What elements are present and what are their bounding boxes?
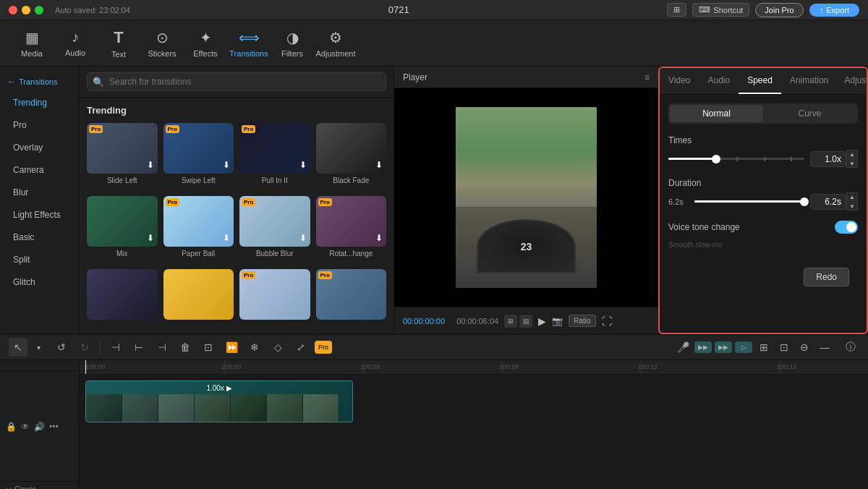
transition-slide-left[interactable]: Pro ⬇ Slide Left <box>87 123 158 184</box>
shortcut-button[interactable]: ⌨ Shortcut <box>692 3 749 17</box>
info-btn[interactable]: ⓘ <box>842 339 859 356</box>
toolbar-item-adjustment[interactable]: ⚙ Adjustment <box>315 25 356 62</box>
transition-bubble-blur[interactable]: Pro ⬇ Bubble Blur <box>239 196 310 258</box>
speedometer-display: 23 <box>477 219 576 273</box>
player-menu-icon[interactable]: ≡ <box>644 72 650 82</box>
clip-thumb-6 <box>267 394 303 422</box>
track-btn-2[interactable]: ▶▶ <box>715 341 732 353</box>
toolbar-item-stickers[interactable]: ⊙ Stickers <box>142 25 182 62</box>
tab-speed[interactable]: Speed <box>739 68 781 94</box>
tab-audio[interactable]: Audio <box>699 68 739 94</box>
transition-row3b[interactable] <box>163 269 234 320</box>
sidebar-item-trending[interactable]: Trending <box>4 92 75 114</box>
frame-strip-btn[interactable]: ▤ <box>519 315 532 328</box>
times-slider-thumb[interactable] <box>712 155 720 163</box>
sidebar-back-button[interactable]: ← Transitions <box>0 72 79 91</box>
toolbar-item-text[interactable]: T Text <box>98 25 139 62</box>
pro-feature-btn[interactable]: Pro <box>315 341 332 354</box>
duration-slider[interactable] <box>694 200 804 203</box>
times-value-input[interactable] <box>810 151 846 167</box>
transition-black-fade[interactable]: ⬇ Black Fade <box>316 123 387 184</box>
transitions-grid-row2: ⬇ Mix Pro ⬇ Paper Ball Pro ⬇ Bu <box>87 196 386 258</box>
transition-paper-ball[interactable]: Pro ⬇ Paper Ball <box>163 196 234 258</box>
maximize-button[interactable] <box>35 6 43 14</box>
transition-row3d[interactable]: Pro <box>316 269 387 320</box>
toolbar-item-effects[interactable]: ✦ Effects <box>185 25 226 62</box>
duration-decrement[interactable]: ▼ <box>846 202 858 211</box>
transition-row3c[interactable]: Pro <box>239 269 310 320</box>
delete-tool[interactable]: 🗑 <box>176 338 195 357</box>
tab-video[interactable]: Video <box>660 68 699 94</box>
toolbar-item-transitions[interactable]: ⟺ Transitions <box>229 25 269 62</box>
track-more-icon[interactable]: ••• <box>49 422 59 432</box>
zoom-out-btn[interactable]: ⊖ <box>796 339 813 356</box>
split-audio-btn[interactable]: ⊞ <box>755 339 773 356</box>
toolbar-item-media[interactable]: ▦ Media <box>12 25 52 62</box>
duration-slider-thumb[interactable] <box>800 197 809 206</box>
frame-grid-btn[interactable]: ⊞ <box>504 315 517 328</box>
sidebar-item-glitch[interactable]: Glitch <box>4 271 75 293</box>
times-increment[interactable]: ▲ <box>846 150 858 158</box>
join-pro-button[interactable]: Join Pro <box>755 3 803 17</box>
sidebar-item-blur[interactable]: Blur <box>4 182 75 203</box>
transition-rotate-change[interactable]: Pro ⬇ Rotat...hange <box>316 196 387 258</box>
sidebar-item-pro[interactable]: Pro <box>4 114 75 136</box>
export-button[interactable]: ↑ Export <box>809 4 859 17</box>
redo-button[interactable]: Redo <box>804 268 849 286</box>
duration-value-input[interactable] <box>810 194 846 210</box>
transition-swipe-left[interactable]: Pro ⬇ Swipe Left <box>163 123 234 184</box>
erase-tool[interactable]: ◇ <box>268 338 287 357</box>
display-button[interactable]: ⊞ <box>667 3 686 17</box>
track-btn-1[interactable]: ▶▶ <box>694 341 712 353</box>
media-icon: ▦ <box>25 29 39 46</box>
playhead[interactable] <box>85 360 86 374</box>
select-dropdown[interactable]: ▾ <box>29 338 48 357</box>
track-lock-icon[interactable]: 🔒 <box>6 422 17 432</box>
video-clip[interactable]: 1.00x ▶ <box>85 380 353 422</box>
speed-mode-curve[interactable]: Curve <box>763 105 856 122</box>
ruler-mark-4: 100:12 <box>638 363 658 370</box>
close-button[interactable] <box>9 6 17 14</box>
crop-tool[interactable]: ⊡ <box>199 338 218 357</box>
split-tool[interactable]: ⊣ <box>106 338 125 357</box>
sidebar-item-overlay[interactable]: Overlay <box>4 137 75 158</box>
toolbar-item-audio[interactable]: ♪ Audio <box>55 25 95 62</box>
zoom-in-btn[interactable]: — <box>816 339 833 356</box>
times-decrement[interactable]: ▼ <box>846 159 858 168</box>
transition-row3a[interactable] <box>87 269 158 320</box>
speed-mode-normal[interactable]: Normal <box>670 105 763 122</box>
tab-animation[interactable]: Animation <box>781 68 837 94</box>
clip-thumbnails <box>86 394 352 422</box>
select-tool[interactable]: ↖ <box>9 338 27 357</box>
search-input[interactable] <box>87 72 386 91</box>
sidebar-item-light-effects[interactable]: Light Effects <box>4 204 75 226</box>
duration-increment[interactable]: ▲ <box>846 192 858 201</box>
track-btn-3[interactable]: ▷ <box>735 341 752 353</box>
trim-end-tool[interactable]: ⊣ <box>153 338 171 357</box>
times-slider[interactable] <box>668 158 804 160</box>
transition-pull-in[interactable]: Pro ⬇ Pull In II <box>239 123 310 184</box>
audio-track-btn[interactable]: 🎤 <box>674 339 692 356</box>
fullscreen-btn[interactable]: ⛶ <box>602 315 612 327</box>
sidebar-item-basic[interactable]: Basic <box>4 226 75 248</box>
transition-mix[interactable]: ⬇ Mix <box>87 196 158 258</box>
toolbar-item-filters[interactable]: ◑ Filters <box>272 25 312 62</box>
sidebar-item-split[interactable]: Split <box>4 249 75 271</box>
trim-start-tool[interactable]: ⊢ <box>129 338 148 357</box>
tab-adjustment[interactable]: Adjustment>> <box>837 68 868 94</box>
play-button[interactable]: ▶ <box>538 315 546 327</box>
track-audio-icon[interactable]: 🔊 <box>34 422 45 432</box>
subtitle-btn[interactable]: ⊡ <box>775 339 793 356</box>
redo-timeline-btn[interactable]: ↻ <box>75 338 94 357</box>
ratio-button[interactable]: Ratio <box>569 315 595 327</box>
sidebar-item-camera[interactable]: Camera <box>4 159 75 181</box>
freeze-tool[interactable]: ❄ <box>245 338 264 357</box>
track-eye-icon[interactable]: 👁 <box>21 422 30 432</box>
undo-button[interactable]: ↺ <box>52 338 71 357</box>
minimize-button[interactable] <box>22 6 30 14</box>
transition-thumb: Pro ⬇ <box>316 196 387 247</box>
speed-tool[interactable]: ⏩ <box>222 338 241 357</box>
voice-tone-toggle[interactable] <box>835 221 858 234</box>
transform-tool[interactable]: ⤢ <box>292 338 310 357</box>
camera-btn[interactable]: 📷 <box>552 316 563 326</box>
